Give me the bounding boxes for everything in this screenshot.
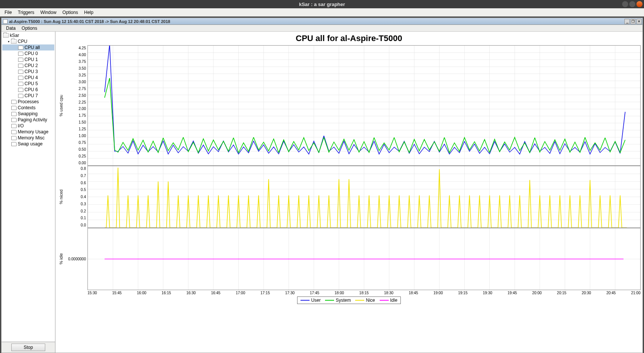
- app-title: kSar : a sar grapher: [299, 2, 345, 7]
- tree-item-swap-usage[interactable]: Swap usage: [2, 141, 54, 147]
- legend-system: System: [325, 298, 351, 303]
- tree-item-cpu-6[interactable]: CPU 6: [2, 87, 54, 93]
- submenu-data[interactable]: Data: [3, 24, 18, 32]
- legend-label-system: System: [336, 298, 351, 303]
- x-tick: 16:30: [186, 291, 196, 295]
- tree-expand-icon[interactable]: ▾: [7, 40, 10, 43]
- page-icon: [18, 76, 23, 80]
- menu-help[interactable]: Help: [81, 9, 97, 16]
- close-button[interactable]: [636, 1, 642, 7]
- sub-menu-bar: Data Options: [2, 25, 642, 32]
- submenu-options[interactable]: Options: [18, 24, 40, 32]
- x-tick: 19:15: [458, 291, 468, 295]
- x-tick: 16:15: [162, 291, 171, 295]
- tree-item-memory-usage[interactable]: Memory Usage: [2, 129, 54, 135]
- page-icon: [18, 88, 23, 92]
- tree-root[interactable]: kSar: [2, 32, 54, 38]
- tree-item-label: CPU 2: [25, 63, 38, 68]
- y-tick: 0.7: [65, 174, 86, 178]
- y-tick: 0.0000000: [65, 257, 86, 261]
- x-tick: 20:00: [532, 291, 542, 295]
- stop-button[interactable]: Stop: [11, 344, 46, 351]
- tree-cpu[interactable]: ▾ CPU: [2, 38, 54, 44]
- menu-options[interactable]: Options: [60, 9, 81, 16]
- sidebar: kSar ▾ CPU CPU allCPU 0CPU 1CPU 2CPU 3CP…: [2, 32, 55, 353]
- y-tick: 0.6: [65, 181, 86, 185]
- tree-item-cpu-all[interactable]: CPU all: [2, 44, 54, 50]
- x-tick: 16:00: [137, 291, 146, 295]
- inner-window: al-Aspire-T5000 : Sun Aug 12 15:40:01 CS…: [1, 18, 643, 353]
- y-tick: 0.3: [65, 202, 86, 206]
- tree-item-contexts[interactable]: Contexts: [2, 105, 54, 111]
- tree-item-memory-misc[interactable]: Memory Misc: [2, 135, 54, 141]
- x-tick: 17:30: [285, 291, 294, 295]
- page-icon: [11, 100, 17, 104]
- y-tick: 0.5: [65, 188, 86, 192]
- page-icon: [18, 82, 23, 86]
- legend-label-nice: Nice: [366, 298, 375, 303]
- tree-item-swapping[interactable]: Swapping: [2, 111, 54, 117]
- y-tick: 2.00: [65, 107, 86, 111]
- tree-item-cpu-3[interactable]: CPU 3: [2, 69, 54, 75]
- y-axis-ticks-1: 4.254.003.753.503.253.002.752.502.252.00…: [65, 45, 87, 166]
- page-icon: [11, 112, 17, 116]
- tree-item-cpu-5[interactable]: CPU 5: [2, 81, 54, 87]
- tree-item-cpu-0[interactable]: CPU 0: [2, 50, 54, 57]
- plot-area-1[interactable]: [87, 45, 641, 166]
- y-tick: 0.1: [65, 216, 86, 220]
- x-axis-ticks: 15:3015:4516:0016:1516:3016:4517:0017:15…: [87, 290, 641, 296]
- y-tick: 0.0: [65, 223, 86, 227]
- tree-item-paging-activity[interactable]: Paging Activity: [2, 117, 54, 123]
- stop-bar: Stop: [2, 342, 55, 353]
- menu-file[interactable]: File: [2, 9, 15, 16]
- page-icon: [18, 52, 23, 56]
- minimize-button[interactable]: [622, 1, 628, 7]
- legend-idle: Idle: [380, 298, 397, 303]
- inner-minimize-button[interactable]: ⎯: [624, 19, 630, 24]
- tree-view[interactable]: kSar ▾ CPU CPU allCPU 0CPU 1CPU 2CPU 3CP…: [2, 32, 55, 342]
- menu-triggers[interactable]: Triggers: [15, 9, 37, 16]
- legend-line-system: [325, 300, 334, 301]
- page-icon: [18, 46, 23, 50]
- x-tick: 19:30: [483, 291, 492, 295]
- tree-item-i-o[interactable]: I/O: [2, 123, 54, 129]
- tree-item-cpu-1[interactable]: CPU 1: [2, 57, 54, 63]
- x-tick: 16:45: [211, 291, 221, 295]
- tree-item-processes[interactable]: Processes: [2, 99, 54, 105]
- chart-panel-niced: % niced 0.80.70.60.50.40.30.20.10.0: [57, 166, 641, 228]
- x-tick: 18:15: [359, 291, 369, 295]
- inner-title-controls: ⎯ ❐ ✕: [624, 19, 642, 24]
- y-tick: 0.75: [65, 141, 86, 145]
- maximize-button[interactable]: [629, 1, 635, 7]
- inner-close-button[interactable]: ✕: [636, 19, 642, 24]
- tree-item-cpu-2[interactable]: CPU 2: [2, 63, 54, 69]
- tree-item-label: CPU 3: [25, 69, 38, 74]
- tree-item-label: Swapping: [18, 111, 38, 116]
- tree-item-label: Contexts: [18, 105, 35, 110]
- chart-legend: User System Nice Idle: [297, 296, 401, 304]
- x-tick: 20:15: [557, 291, 566, 295]
- x-tick: 15:30: [87, 291, 97, 295]
- tree-item-cpu-4[interactable]: CPU 4: [2, 75, 54, 81]
- charts-container: % used cpu 4.254.003.753.503.253.002.752…: [57, 45, 641, 340]
- plot-area-2[interactable]: [87, 166, 641, 228]
- inner-restore-button[interactable]: ❐: [630, 19, 636, 24]
- tree-item-label: Memory Usage: [18, 129, 48, 134]
- legend-user: User: [301, 298, 320, 303]
- plot-area-3[interactable]: [87, 228, 641, 290]
- legend-nice: Nice: [355, 298, 375, 303]
- y-tick: 1.25: [65, 127, 86, 131]
- tree-item-cpu-7[interactable]: CPU 7: [2, 93, 54, 99]
- folder-icon: [3, 33, 9, 38]
- x-tick: 18:00: [334, 291, 344, 295]
- y-tick: 0.2: [65, 209, 86, 213]
- tree-cpu-label: CPU: [18, 39, 27, 44]
- tree-item-label: CPU 4: [25, 75, 38, 80]
- y-tick: 1.50: [65, 120, 86, 124]
- legend-wrap: User System Nice Idle: [57, 296, 641, 304]
- y-tick: 2.75: [65, 87, 86, 91]
- page-icon: [11, 142, 17, 146]
- menu-window[interactable]: Window: [37, 9, 60, 16]
- page-icon: [18, 64, 23, 68]
- y-tick: 0.00: [65, 161, 86, 165]
